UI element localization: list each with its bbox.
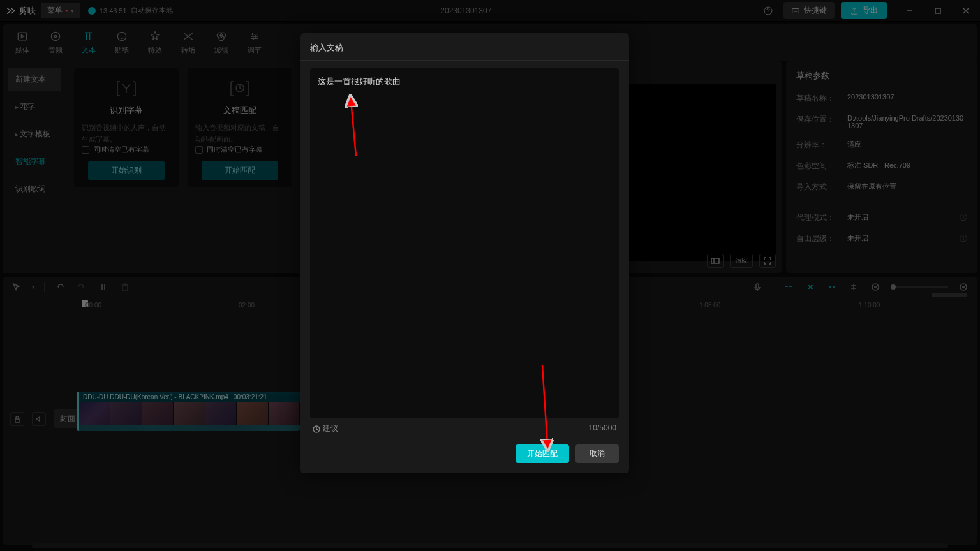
modal-footer: 开始匹配 取消: [300, 438, 629, 473]
modal-title: 输入文稿: [300, 33, 629, 61]
modal-body: 这是一首很好听的歌曲 建议 10/5000: [300, 61, 629, 438]
suggest-label: 建议: [323, 423, 338, 434]
textarea-footer: 建议 10/5000: [310, 418, 619, 434]
suggest-button[interactable]: 建议: [313, 423, 338, 434]
transcript-input-modal: 输入文稿 这是一首很好听的歌曲 建议 10/5000 开始匹配 取消: [300, 33, 629, 473]
textarea-content: 这是一首很好听的歌曲: [318, 76, 611, 87]
clock-icon: [313, 425, 320, 433]
transcript-textarea[interactable]: 这是一首很好听的歌曲: [310, 68, 619, 418]
confirm-button[interactable]: 开始匹配: [516, 444, 569, 463]
cancel-button[interactable]: 取消: [575, 444, 619, 463]
char-counter: 10/5000: [589, 423, 616, 434]
